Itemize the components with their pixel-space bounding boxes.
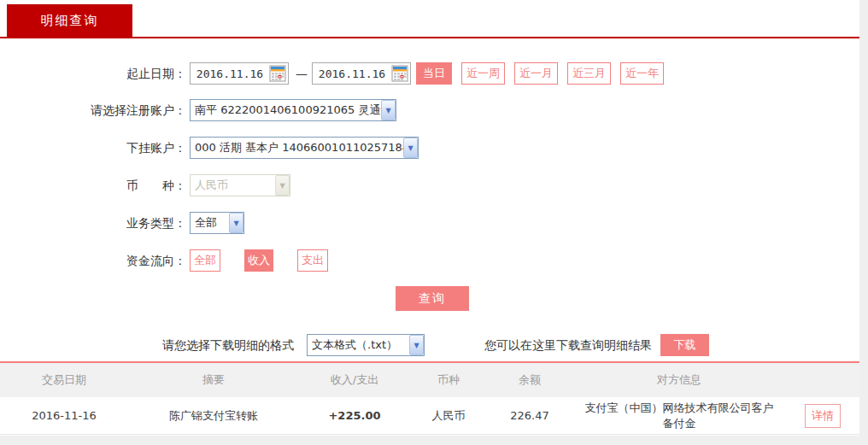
period-button-group: 当日 近一周 近一月 近三月 近一年 bbox=[416, 62, 664, 85]
calendar-icon[interactable] bbox=[391, 65, 408, 82]
table-header-row: 交易日期 摘要 收入/支出 币种 余额 对方信息 bbox=[0, 363, 859, 397]
flow-button-income[interactable]: 收入 bbox=[244, 249, 273, 272]
download-hint-label: 您可以在这里下载查询明细结果 bbox=[484, 334, 652, 356]
date-from-value[interactable]: 2016.11.16 bbox=[191, 67, 269, 80]
register-account-label: 请选择注册账户： bbox=[0, 99, 186, 121]
sub-account-value: 000 活期 基本户 1406600101102571848 bbox=[191, 138, 403, 158]
table-row: 2016-11-16 陈广锦支付宝转账 +225.00 人民币 226.47 支… bbox=[0, 397, 859, 435]
currency-value: 人民币 bbox=[191, 175, 275, 196]
period-button-last-week[interactable]: 近一周 bbox=[461, 62, 505, 85]
tab-detail-query[interactable]: 明细查询 bbox=[7, 4, 132, 37]
period-button-last-3-months[interactable]: 近三月 bbox=[567, 62, 611, 85]
header-transaction-date: 交易日期 bbox=[0, 372, 128, 388]
date-separator: — bbox=[296, 62, 308, 85]
business-type-label: 业务类型： bbox=[0, 212, 186, 234]
cell-actions: 详情 bbox=[786, 404, 859, 428]
cell-balance: 226.47 bbox=[487, 408, 572, 424]
download-format-value: 文本格式（.txt） bbox=[308, 335, 409, 355]
cell-counterparty: 支付宝（中国）网络技术有限公司客户备付金 bbox=[572, 401, 786, 431]
period-button-last-month[interactable]: 近一月 bbox=[514, 62, 558, 85]
cell-amount: +225.00 bbox=[299, 408, 410, 424]
chevron-down-icon[interactable]: ▼ bbox=[409, 335, 424, 355]
flow-button-expense[interactable]: 支出 bbox=[297, 249, 328, 272]
query-button[interactable]: 查询 bbox=[396, 286, 469, 311]
header-income-expense: 收入/支出 bbox=[299, 372, 410, 388]
chevron-down-icon[interactable]: ▼ bbox=[403, 138, 418, 158]
cell-summary: 陈广锦支付宝转账 bbox=[128, 408, 299, 424]
sub-account-select[interactable]: 000 活期 基本户 1406600101102571848 ▼ bbox=[190, 137, 419, 159]
date-from-input[interactable]: 2016.11.16 bbox=[190, 62, 289, 85]
register-account-select[interactable]: 南平 6222001406100921065 灵通卡 ▼ bbox=[190, 99, 396, 121]
download-button[interactable]: 下载 bbox=[660, 334, 709, 356]
download-format-label: 请您选择下载明细的格式 bbox=[162, 334, 294, 356]
flow-button-all[interactable]: 全部 bbox=[190, 249, 220, 272]
tab-underline bbox=[0, 37, 859, 38]
sub-account-label: 下挂账户： bbox=[0, 137, 186, 159]
header-balance: 余额 bbox=[487, 372, 572, 388]
register-account-value: 南平 6222001406100921065 灵通卡 bbox=[191, 100, 381, 120]
detail-button[interactable]: 详情 bbox=[805, 404, 841, 428]
date-to-value[interactable]: 2016.11.16 bbox=[313, 67, 391, 80]
date-range-label: 起止日期： bbox=[0, 62, 186, 85]
download-format-select[interactable]: 文本格式（.txt） ▼ bbox=[307, 334, 425, 356]
chevron-down-icon[interactable]: ▼ bbox=[381, 100, 396, 120]
business-type-select[interactable]: 全部 ▼ bbox=[190, 212, 244, 234]
currency-select: 人民币 ▼ bbox=[190, 174, 290, 196]
chevron-down-icon: ▼ bbox=[275, 175, 290, 196]
header-counterparty: 对方信息 bbox=[572, 372, 786, 388]
business-type-value: 全部 bbox=[191, 213, 229, 233]
period-button-today[interactable]: 当日 bbox=[416, 62, 452, 85]
currency-label: 币 种： bbox=[0, 174, 186, 196]
cell-transaction-date: 2016-11-16 bbox=[0, 408, 128, 424]
date-to-input[interactable]: 2016.11.16 bbox=[312, 62, 411, 85]
calendar-icon[interactable] bbox=[269, 65, 286, 82]
cell-currency: 人民币 bbox=[410, 408, 487, 424]
fund-flow-button-group: 全部 收入 支出 bbox=[190, 249, 328, 272]
page: 明细查询 起止日期： 2016.11.16 — 2016.11.16 bbox=[0, 0, 868, 445]
header-currency: 币种 bbox=[410, 372, 487, 388]
period-button-last-year[interactable]: 近一年 bbox=[620, 62, 664, 85]
content-panel: 明细查询 起止日期： 2016.11.16 — 2016.11.16 bbox=[0, 0, 859, 436]
chevron-down-icon[interactable]: ▼ bbox=[229, 213, 243, 233]
fund-flow-label: 资金流向： bbox=[0, 249, 186, 272]
header-summary: 摘要 bbox=[128, 372, 299, 388]
